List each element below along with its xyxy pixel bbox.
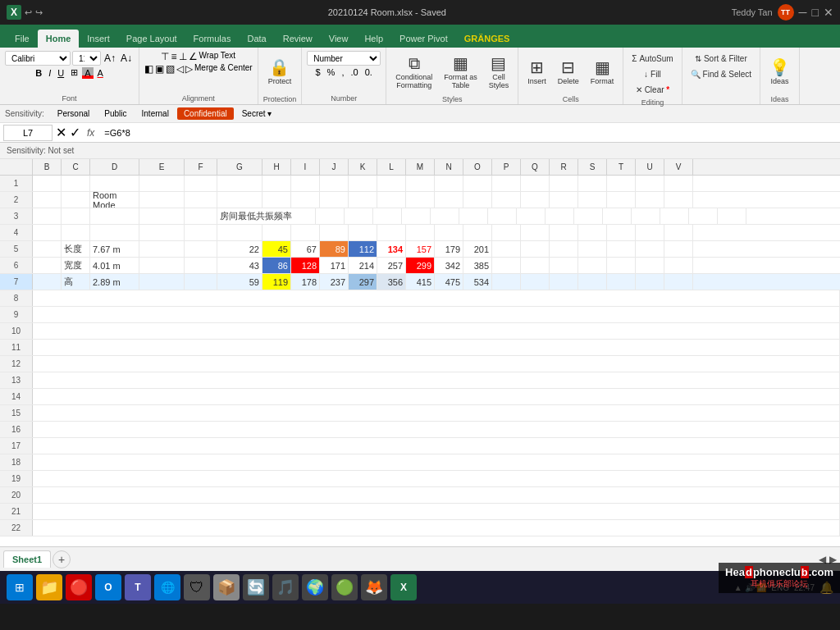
col-header-q[interactable]: Q	[521, 159, 550, 175]
cell[interactable]	[550, 241, 578, 257]
quick-access-undo[interactable]: ↩	[25, 7, 32, 18]
cell[interactable]	[664, 258, 693, 273]
tab-insert[interactable]: Insert	[79, 30, 118, 48]
align-bottom-btn[interactable]: ⊥	[179, 51, 187, 62]
col-header-o[interactable]: O	[463, 159, 492, 175]
cell[interactable]	[632, 208, 660, 224]
cell-i6[interactable]: 128	[291, 258, 320, 273]
cell-h7[interactable]: 119	[262, 274, 291, 290]
cell-i5[interactable]: 67	[291, 241, 320, 257]
minimize-btn[interactable]: ─	[799, 6, 807, 19]
cell-label-length[interactable]: 长度	[62, 241, 90, 257]
cell[interactable]	[521, 274, 550, 290]
cell[interactable]	[406, 176, 435, 191]
sheet-tab-sheet1[interactable]: Sheet1	[3, 550, 51, 568]
decrease-decimal-btn[interactable]: 0.	[363, 66, 375, 78]
cell[interactable]	[578, 241, 607, 257]
merge-center-btn[interactable]: Merge & Center	[194, 63, 253, 75]
cell[interactable]	[262, 192, 291, 208]
tab-home[interactable]: Home	[38, 30, 80, 48]
font-size-select[interactable]: 11	[72, 51, 101, 66]
cell-h6[interactable]: 86	[262, 258, 291, 273]
cell-o5[interactable]: 201	[463, 241, 492, 257]
cell[interactable]	[139, 258, 185, 273]
cell[interactable]	[33, 471, 840, 486]
cell-j5[interactable]: 89	[320, 241, 349, 257]
format-as-table-btn[interactable]: ▦ Format asTable	[440, 51, 482, 94]
cell[interactable]	[435, 192, 463, 208]
cell[interactable]	[435, 176, 463, 191]
cell[interactable]	[139, 241, 185, 257]
cell[interactable]	[33, 504, 840, 519]
cell[interactable]	[316, 208, 345, 224]
taskbar-icon-media[interactable]: 🎵	[272, 574, 299, 600]
cell-m5[interactable]: 157	[406, 241, 435, 257]
cell[interactable]	[33, 438, 840, 454]
cell[interactable]	[33, 422, 840, 437]
tab-formulas[interactable]: Formulas	[185, 30, 240, 48]
cell-j7[interactable]: 237	[320, 274, 349, 290]
underline-btn[interactable]: U	[55, 67, 66, 79]
confirm-btn[interactable]: ✓	[70, 125, 80, 140]
cell-g5[interactable]: 22	[217, 241, 262, 257]
sensitivity-internal[interactable]: Internal	[135, 107, 176, 120]
font-color-btn[interactable]: A	[95, 67, 106, 79]
cell[interactable]	[607, 258, 636, 273]
cell[interactable]	[550, 274, 578, 290]
cell[interactable]	[185, 225, 217, 240]
cell[interactable]	[320, 176, 349, 191]
cell[interactable]	[578, 225, 607, 240]
cell-styles-btn[interactable]: ▤ CellStyles	[485, 51, 514, 94]
tab-help[interactable]: Help	[356, 30, 391, 48]
taskbar-icon-globe[interactable]: 🌍	[302, 574, 328, 600]
col-header-m[interactable]: M	[406, 159, 435, 175]
cell[interactable]	[574, 208, 603, 224]
delete-btn[interactable]: ⊟ Delete	[554, 51, 583, 94]
cell[interactable]	[492, 192, 521, 208]
taskbar-icon-green[interactable]: 🟢	[331, 574, 358, 600]
cell[interactable]	[607, 225, 636, 240]
tab-granges[interactable]: GRÄNGES	[456, 30, 518, 48]
cell[interactable]	[33, 520, 840, 536]
cell-o6[interactable]: 385	[463, 258, 492, 273]
cell[interactable]	[636, 258, 664, 273]
cell[interactable]	[406, 225, 435, 240]
cell[interactable]	[660, 208, 689, 224]
cell[interactable]	[377, 192, 406, 208]
cell-min-freq[interactable]: 房间最低共振频率	[217, 208, 316, 224]
cell[interactable]	[664, 192, 693, 208]
cell[interactable]	[689, 208, 718, 224]
cell-value-length[interactable]: 7.67 m	[90, 241, 139, 257]
cell[interactable]	[550, 258, 578, 273]
cell[interactable]	[33, 372, 840, 388]
tab-power-pivot[interactable]: Power Pivot	[391, 30, 456, 48]
cell-k6[interactable]: 214	[349, 258, 377, 273]
cell-m7[interactable]: 415	[406, 274, 435, 290]
cell[interactable]	[349, 176, 377, 191]
cell[interactable]	[607, 176, 636, 191]
comma-btn[interactable]: ,	[339, 66, 346, 78]
cell[interactable]	[718, 208, 746, 224]
cell[interactable]	[463, 192, 492, 208]
cell-reference-input[interactable]	[3, 125, 52, 141]
cell[interactable]	[33, 340, 840, 355]
tab-view[interactable]: View	[321, 30, 357, 48]
clear-btn[interactable]: ✕ Clear *	[632, 82, 673, 97]
col-header-l[interactable]: L	[377, 159, 406, 175]
taskbar-icon-security[interactable]: 🛡	[184, 574, 210, 600]
cell[interactable]	[320, 225, 349, 240]
cell[interactable]	[377, 176, 406, 191]
taskbar-outlook[interactable]: O	[95, 574, 121, 600]
cell[interactable]	[33, 274, 62, 290]
cell[interactable]	[488, 208, 517, 224]
col-header-r[interactable]: R	[550, 159, 578, 175]
cell[interactable]	[521, 258, 550, 273]
decrease-indent-btn[interactable]: ◁	[176, 63, 184, 75]
fill-color-btn[interactable]: A	[82, 67, 93, 79]
cell[interactable]	[492, 258, 521, 273]
add-sheet-btn[interactable]: +	[52, 550, 71, 568]
cell[interactable]	[185, 208, 217, 224]
col-header-e[interactable]: E	[139, 159, 185, 175]
protect-btn[interactable]: 🔒 Protect	[264, 51, 296, 94]
cell[interactable]	[33, 241, 62, 257]
